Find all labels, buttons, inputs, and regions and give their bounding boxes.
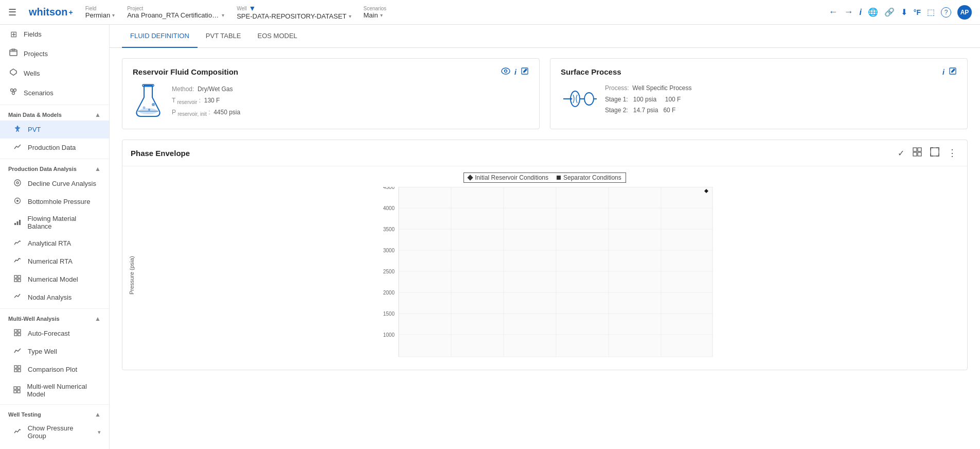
sidebar-item-numerical-rta[interactable]: Numerical RTA bbox=[0, 252, 109, 270]
sidebar-item-pvt[interactable]: PVT bbox=[0, 120, 109, 139]
svg-rect-14 bbox=[18, 275, 21, 278]
section-well-testing[interactable]: Well Testing ▲ bbox=[0, 407, 109, 420]
chart-container: Initial Reservoir Conditions Separator C… bbox=[122, 166, 967, 370]
sidebar-item-flowing-material[interactable]: Flowing Material Balance bbox=[0, 211, 109, 234]
temp-button[interactable]: °F bbox=[914, 8, 921, 16]
chart-legend: Initial Reservoir Conditions Separator C… bbox=[127, 172, 963, 183]
legend-initial-reservoir: Initial Reservoir Conditions bbox=[468, 174, 548, 181]
filter-icon[interactable]: ▼ bbox=[248, 4, 256, 12]
svg-rect-18 bbox=[18, 330, 21, 332]
phase-envelope-header: Phase Envelope ✓ ⋮ bbox=[122, 140, 967, 166]
sidebar-item-numerical-model[interactable]: Numerical Model bbox=[0, 270, 109, 288]
sidebar-item-production-data[interactable]: Production Data bbox=[0, 139, 109, 157]
nodal-analysis-icon bbox=[12, 292, 23, 302]
analytical-rta-label: Analytical RTA bbox=[28, 239, 71, 247]
reservoir-fluid-info-icon[interactable]: i bbox=[514, 68, 516, 76]
section-multi-well[interactable]: Multi-Well Analysis ▲ bbox=[0, 311, 109, 324]
sidebar-bottom[interactable]: ••• bbox=[0, 444, 109, 449]
svg-text:3000: 3000 bbox=[383, 248, 395, 253]
hamburger-icon[interactable]: ☰ bbox=[8, 7, 16, 18]
field-text: Permian bbox=[85, 11, 110, 19]
forward-button[interactable]: → bbox=[844, 7, 853, 18]
bottomhole-icon bbox=[12, 197, 23, 206]
field-selector: Field Permian ▾ bbox=[85, 6, 115, 19]
pvt-icon bbox=[12, 125, 23, 134]
svg-point-36 bbox=[143, 107, 146, 109]
phase-more-icon[interactable]: ⋮ bbox=[946, 146, 959, 160]
phase-grid-icon[interactable] bbox=[911, 146, 924, 160]
info-button[interactable]: i bbox=[859, 8, 861, 17]
section-main-data[interactable]: Main Data & Models ▲ bbox=[0, 107, 109, 120]
process-label: Process: bbox=[605, 84, 629, 92]
reservoir-fluid-info: Method: Dry/Wet Gas T reservoir : 130 F … bbox=[172, 84, 240, 119]
phase-check-icon[interactable]: ✓ bbox=[896, 147, 906, 159]
collapse-production-icon: ▲ bbox=[95, 165, 101, 172]
svg-point-9 bbox=[16, 200, 19, 202]
tab-fluid-definition[interactable]: FLUID DEFINITION bbox=[122, 25, 198, 48]
sidebar-item-nodal-analysis[interactable]: Nodal Analysis bbox=[0, 288, 109, 306]
project-label: Project bbox=[127, 6, 224, 11]
svg-rect-21 bbox=[14, 366, 17, 368]
user-avatar[interactable]: AP bbox=[957, 5, 972, 20]
svg-text:4000: 4000 bbox=[383, 205, 395, 211]
svg-rect-24 bbox=[18, 369, 21, 372]
project-value[interactable]: Ana Proano_RTA Certification_Jar ▾ bbox=[127, 11, 224, 19]
link-button[interactable]: 🔗 bbox=[884, 7, 895, 17]
scenarios-text: Main bbox=[364, 11, 378, 19]
sidebar-item-decline-curve[interactable]: Decline Curve Analysis bbox=[0, 175, 109, 193]
sidebar-item-bottomhole[interactable]: Bottomhole Pressure bbox=[0, 193, 109, 211]
phase-envelope-title: Phase Envelope bbox=[131, 149, 190, 158]
method-value: Dry/Wet Gas bbox=[198, 85, 233, 93]
sidebar-item-comparison-plot[interactable]: Comparison Plot bbox=[0, 360, 109, 378]
tab-pvt-table[interactable]: PVT TABLE bbox=[198, 25, 250, 48]
help-button[interactable]: ? bbox=[941, 7, 951, 18]
globe-button[interactable]: 🌐 bbox=[868, 7, 878, 17]
well-dropdown-arrow: ▾ bbox=[349, 13, 351, 19]
chat-button[interactable]: ⬚ bbox=[927, 7, 935, 17]
reservoir-fluid-edit-icon[interactable] bbox=[521, 67, 529, 77]
sidebar-item-analytical-rta[interactable]: Analytical RTA bbox=[0, 234, 109, 252]
svg-text:1000: 1000 bbox=[383, 332, 395, 338]
surface-process-edit-icon[interactable] bbox=[949, 67, 957, 77]
download-button[interactable]: ⬇ bbox=[901, 7, 907, 17]
legend-separator: Separator Conditions bbox=[557, 174, 621, 181]
sidebar-item-auto-forecast[interactable]: Auto-Forecast bbox=[0, 324, 109, 342]
section-main-data-label: Main Data & Models bbox=[8, 112, 62, 118]
sidebar-item-projects[interactable]: Projects bbox=[0, 44, 109, 63]
tab-eos-model[interactable]: EOS MODEL bbox=[250, 25, 306, 48]
svg-rect-22 bbox=[18, 366, 21, 368]
reservoir-fluid-eye-icon[interactable] bbox=[501, 67, 510, 76]
sidebar-item-multi-well-numerical[interactable]: Multi-well Numerical Model bbox=[0, 378, 109, 402]
legend-initial-label: Initial Reservoir Conditions bbox=[475, 174, 548, 181]
chart-svg-container: 4500 4000 3500 3000 bbox=[137, 187, 963, 364]
sidebar: ⊞ Fields Projects Wells Scenarios Main D… bbox=[0, 25, 110, 449]
sidebar-item-wells[interactable]: Wells bbox=[0, 63, 109, 83]
collapse-multi-well-icon: ▲ bbox=[95, 315, 101, 322]
process-icon bbox=[561, 83, 597, 116]
t-label: T reservoir : bbox=[172, 97, 201, 104]
header-fields: Field Permian ▾ Project Ana Proano_RTA C… bbox=[85, 4, 816, 20]
decline-curve-icon bbox=[12, 179, 23, 188]
svg-rect-12 bbox=[19, 220, 21, 225]
svg-text:2000: 2000 bbox=[383, 290, 395, 296]
scenarios-value[interactable]: Main ▾ bbox=[364, 11, 386, 19]
comparison-plot-icon bbox=[12, 365, 23, 374]
phase-envelope-actions: ✓ ⋮ bbox=[896, 146, 959, 160]
p-label: P reservoir, init : bbox=[172, 109, 210, 116]
analytical-rta-icon bbox=[12, 238, 23, 248]
projects-icon bbox=[8, 48, 19, 59]
svg-point-32 bbox=[139, 108, 157, 114]
well-value[interactable]: SPE-DATA-REPOSITORY-DATASET ▾ bbox=[237, 12, 351, 20]
decline-curve-label: Decline Curve Analysis bbox=[28, 180, 96, 187]
field-dropdown-arrow: ▾ bbox=[112, 12, 115, 18]
sidebar-item-chow-pressure[interactable]: Chow Pressure Group ▾ bbox=[0, 420, 109, 444]
sidebar-item-scenarios[interactable]: Scenarios bbox=[0, 83, 109, 102]
sidebar-item-fields[interactable]: ⊞ Fields bbox=[0, 25, 109, 44]
field-value[interactable]: Permian ▾ bbox=[85, 11, 115, 19]
t-value: 130 F bbox=[204, 97, 220, 104]
back-button[interactable]: ← bbox=[828, 7, 838, 18]
sidebar-item-type-well[interactable]: Type Well bbox=[0, 342, 109, 360]
section-production-analysis[interactable]: Production Data Analysis ▲ bbox=[0, 161, 109, 175]
surface-process-info-icon[interactable]: i bbox=[942, 68, 945, 76]
phase-expand-icon[interactable] bbox=[928, 146, 941, 160]
